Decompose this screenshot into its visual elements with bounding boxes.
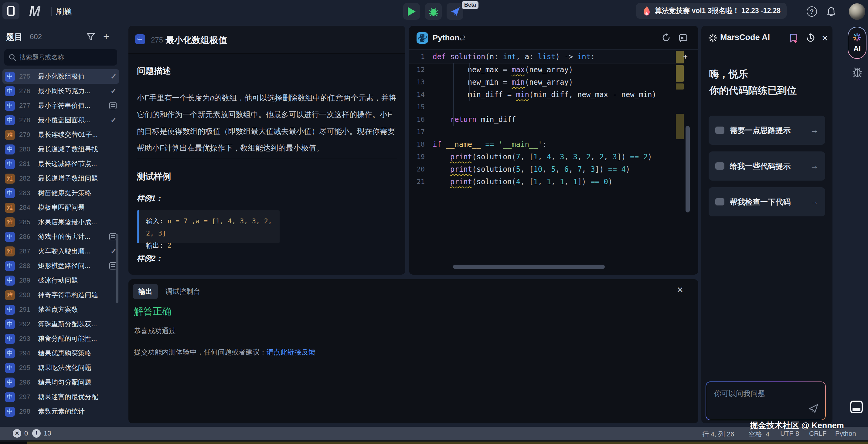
problem-number: 288 [19, 262, 36, 270]
sample1-label: 样例1： [137, 193, 163, 203]
sidebar-title: 题目 [6, 32, 23, 42]
run-button[interactable] [403, 3, 420, 20]
code-text: def solution(n: int, a: list) -> int: [433, 53, 595, 61]
switch-language-icon[interactable]: ⇄ [459, 34, 465, 42]
search-input[interactable] [20, 54, 111, 61]
problem-row-292[interactable]: 中292算珠重新分配以获... [2, 317, 119, 331]
problem-row-289[interactable]: 中289破冰行动问题 [2, 273, 119, 288]
problem-title: 最长递增子数组问题 [38, 174, 117, 183]
problem-row-291[interactable]: 中291禁着点方案数 [2, 302, 119, 317]
tab-debug-console[interactable]: 调试控制台 [165, 287, 200, 296]
problem-row-275[interactable]: 中275最小化数组极值✓ [2, 69, 119, 84]
difficulty-badge: 中 [5, 86, 15, 96]
problem-row-296[interactable]: 中296糖果均匀分配问题 [2, 375, 119, 390]
problem-number: 280 [19, 146, 36, 153]
problem-row-278[interactable]: 中278最小覆盖圆面积...✓ [2, 113, 119, 127]
ai-rail-button[interactable]: AI [848, 27, 866, 59]
debug-button[interactable] [425, 3, 442, 20]
problem-row-280[interactable]: 中280最长递减子数组寻找 [2, 142, 119, 157]
problem-row-286[interactable]: 中286游戏中的伤害计... [2, 229, 119, 244]
problem-row-287[interactable]: 难287火车驶入驶出顺...✓ [2, 244, 119, 259]
problem-title: 最长连续交替01子... [38, 130, 117, 139]
question-icon: ? [810, 8, 814, 15]
send-button[interactable] [808, 403, 818, 415]
code-line-14[interactable]: 14 min_diff = min(min_diff, new_max - ne… [409, 88, 684, 101]
code-line-20[interactable]: 20 print(solution(5, [10, 5, 6, 7, 3]) =… [409, 163, 684, 176]
sidebar-toggle-button[interactable] [2, 2, 20, 20]
problem-row-282[interactable]: 难282最长递增子数组问题 [2, 171, 119, 186]
filter-button[interactable] [86, 32, 95, 42]
code-line-21[interactable]: 21 print(solution(4, [1, 1, 1, 1]) == 0) [409, 176, 684, 188]
code-line-16[interactable]: 16 return min_diff [409, 113, 684, 126]
problem-row-285[interactable]: 难285水果店果篮最小成... [2, 215, 119, 229]
marscode-logo[interactable]: M [29, 4, 40, 19]
problem-row-276[interactable]: 中276最小周长巧克力...✓ [2, 84, 119, 98]
difficulty-badge: 中 [5, 115, 15, 125]
format-code-button[interactable] [679, 33, 688, 43]
ai-chat-input[interactable]: 你可以问我问题 [706, 381, 826, 420]
code-line-17[interactable]: 17 [409, 126, 684, 138]
problem-row-281[interactable]: 中281最长递减路径节点... [2, 157, 119, 171]
code-line-15[interactable]: 15 [409, 101, 684, 113]
problem-row-279[interactable]: 难279最长连续交替01子... [2, 127, 119, 142]
submit-button[interactable] [446, 3, 463, 20]
code-line-1[interactable]: 1def solution(n: int, a: list) -> int: [409, 50, 684, 63]
warnings-icon[interactable]: ! [32, 429, 41, 438]
tab-output[interactable]: 输出 [133, 284, 158, 299]
close-output-icon[interactable]: ✕ [677, 285, 683, 295]
problem-row-288[interactable]: 中288矩形棋盘路径问... [2, 259, 119, 273]
problem-row-297[interactable]: 中297糖果迷宫的最优分配 [2, 390, 119, 404]
notifications-button[interactable] [826, 6, 836, 17]
problem-row-277[interactable]: 中277最小字符串价值... [2, 98, 119, 113]
math-var: n [210, 93, 214, 102]
code-line-12[interactable]: 12 new_max = max(new_array) [409, 63, 684, 76]
problem-row-294[interactable]: 中294糖果优惠购买策略 [2, 346, 119, 360]
difficulty-badge: 难 [5, 173, 15, 184]
problem-number: 282 [19, 175, 36, 182]
editor-vertical-scrollbar[interactable] [685, 126, 690, 213]
history-icon [806, 33, 815, 43]
panel-layout-button[interactable] [849, 400, 863, 415]
sample1-code-block: 输入: n = 7 ,a = [1, 4, 3, 3, 2, 2, 3] 输出:… [137, 210, 280, 243]
help-button[interactable]: ? [807, 6, 817, 17]
problem-row-293[interactable]: 中293粮食分配的可能性... [2, 331, 119, 346]
problem-row-284[interactable]: 难284模板串匹配问题 [2, 200, 119, 215]
sidebar-scrollbar[interactable] [116, 234, 118, 303]
errors-icon[interactable]: ✕ [13, 429, 21, 438]
code-text: print(solution(7, [1, 4, 3, 3, 2, 2, 3])… [433, 153, 652, 161]
code-line-18[interactable]: 18if __name__ == '__main__': [409, 138, 684, 151]
chat-bubble-icon [715, 162, 724, 170]
solved-check-icon: ✓ [111, 72, 117, 81]
code-line-13[interactable]: 13 new_min = min(new_array) [409, 76, 684, 88]
close-ai-panel-icon[interactable]: ✕ [822, 34, 828, 43]
code-line-19[interactable]: 19 print(solution(7, [1, 4, 3, 3, 2, 2, … [409, 151, 684, 163]
paper-plane-icon [450, 6, 460, 17]
user-avatar[interactable] [849, 3, 865, 20]
ai-suggestion-card-3[interactable]: 帮我检查一下代码→ [709, 187, 825, 216]
editor-horizontal-scrollbar[interactable] [453, 265, 605, 269]
ai-suggestion-card-2[interactable]: 给我一些代码提示→ [709, 152, 825, 181]
event-banner[interactable]: 算法竞技赛 vol1 3报名啦！ 12.23 -12.28 [636, 3, 787, 19]
add-problem-button[interactable]: + [103, 30, 109, 42]
debug-rail-button[interactable] [852, 66, 863, 79]
problem-row-283[interactable]: 中283树苗健康提升策略 [2, 186, 119, 200]
new-chat-button[interactable] [789, 33, 799, 44]
code-editor[interactable]: 1def solution(n: int, a: list) -> int:12… [409, 50, 684, 188]
ai-suggestion-card-1[interactable]: 需要一点思路提示→ [709, 116, 825, 145]
problem-row-290[interactable]: 难290神奇字符串构造问题 [2, 288, 119, 302]
status--4[interactable]: 空格: 4 [749, 430, 769, 439]
problem-number: 296 [19, 378, 36, 386]
bell-icon [826, 6, 836, 17]
panel-layout-icon [849, 400, 863, 414]
solved-check-icon: ✓ [111, 116, 117, 124]
search-box[interactable] [4, 49, 117, 66]
reset-code-button[interactable] [661, 33, 671, 43]
divider [137, 159, 397, 159]
history-button[interactable] [806, 33, 815, 44]
output-panel: 输出 调试控制台 ✕ 解答正确 恭喜成功通过 提交功能内测体验中，任何问题或者建… [128, 279, 698, 423]
status--4-26[interactable]: 行 4, 列 26 [702, 430, 734, 439]
problem-row-298[interactable]: 中298素数元素的统计 [2, 404, 119, 419]
problem-number: 275 [19, 72, 36, 81]
problem-row-295[interactable]: 中295糖果吃法优化问题 [2, 360, 119, 375]
feedback-link[interactable]: 请点此链接反馈 [267, 348, 315, 356]
